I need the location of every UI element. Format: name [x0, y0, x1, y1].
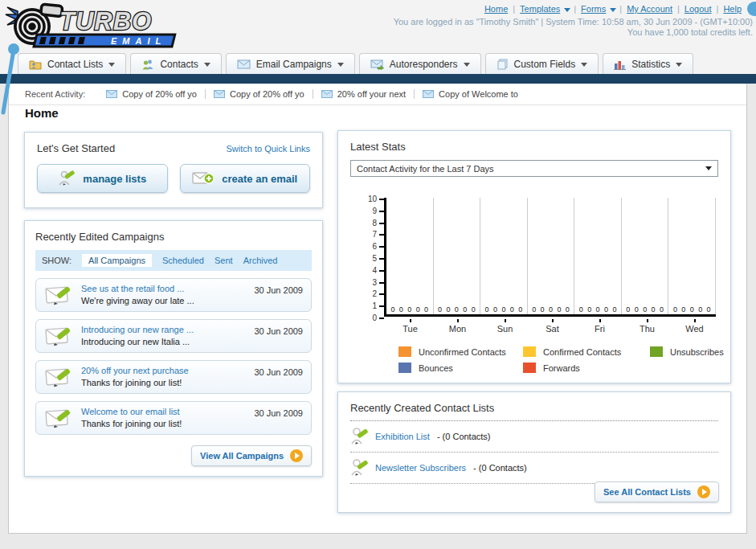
bar-value-label: 0 — [557, 305, 561, 313]
bar-value-label: 0 — [626, 305, 630, 313]
bar-value-label: 0 — [643, 305, 647, 313]
tab-autoresponders[interactable]: Autoresponders — [359, 53, 481, 75]
header-links: Home|Templates|Forms|My Account|Logout|H… — [483, 4, 743, 14]
campaign-title-link[interactable]: Introducing our new range ... — [81, 324, 246, 336]
arrow-right-icon — [697, 485, 710, 498]
filter-all-campaigns[interactable]: All Campaigns — [82, 254, 152, 267]
contact-list-item: Newsletter Subscribers - (0 Contacts) — [350, 453, 718, 484]
chart-day-group: 00000 — [480, 198, 528, 314]
tab-label: Contacts — [160, 59, 198, 70]
tab-statistics[interactable]: Statistics — [603, 53, 693, 75]
chevron-down-icon — [676, 63, 682, 67]
stats-period-select[interactable]: Contact Activity for the Last 7 Days — [350, 160, 718, 177]
chevron-down-icon — [610, 8, 616, 12]
tab-custom-fields[interactable]: Custom Fields — [485, 53, 599, 75]
legend-swatch — [523, 346, 536, 357]
activity-text: Copy of Welcome to — [439, 89, 518, 99]
x-tick-label: Wed — [671, 319, 718, 334]
contact-lists-title: Recently Created Contact Lists — [350, 402, 718, 414]
recent-activity-item[interactable]: 20% off your next — [313, 89, 415, 99]
tab-email-campaigns[interactable]: Email Campaigns — [226, 53, 355, 75]
bar-value-label: 0 — [532, 305, 536, 313]
y-tick-label: 5 — [372, 254, 377, 263]
bar-value-label: 0 — [673, 305, 677, 313]
view-all-campaigns-button[interactable]: View All Campaigns — [191, 445, 312, 466]
campaign-title-link[interactable]: Welcome to our email list — [81, 406, 246, 418]
campaign-subtitle: Thanks for joining our list! — [81, 418, 246, 430]
bar-value-label: 0 — [652, 305, 656, 313]
chevron-down-icon — [581, 63, 587, 67]
bar-value-label: 0 — [604, 305, 608, 313]
turbo-email-logo: TURBO EMAIL — [5, 2, 198, 53]
bar-value-label: 0 — [579, 305, 583, 313]
filter-sent[interactable]: Sent — [215, 256, 233, 265]
contact-list-item: Exhibition List - (0 Contacts) — [350, 421, 718, 453]
chart-x-labels: TueMonSunSatFriThuWed — [386, 319, 718, 334]
legend-item: Unconfirmed Contacts — [398, 346, 523, 357]
header-link-logout[interactable]: Logout — [684, 4, 712, 14]
campaigns-title: Recently Edited Campaigns — [35, 231, 312, 243]
chart-y-axis: 012345678910 — [362, 198, 384, 319]
envelope-icon — [423, 90, 434, 98]
main-navigation: Contact Lists Contacts Email Campaigns A… — [18, 53, 693, 75]
chevron-down-icon — [705, 166, 712, 170]
header-link-home[interactable]: Home — [484, 4, 508, 14]
bar-value-label: 0 — [707, 305, 711, 313]
bar-value-label: 0 — [501, 305, 505, 313]
contact-list-link[interactable]: Newsletter Subscribers — [375, 463, 466, 473]
chevron-down-icon — [204, 63, 210, 67]
campaign-row[interactable]: Welcome to our email list Thanks for joi… — [35, 401, 312, 435]
bar-value-label: 0 — [660, 305, 664, 313]
recent-activity-item[interactable]: Copy of 20% off yo — [98, 89, 206, 99]
campaign-date: 30 Jun 2009 — [254, 406, 303, 418]
envelope-icon — [321, 90, 333, 98]
legend-item: Forwards — [523, 363, 650, 373]
contact-activity-chart: 012345678910 000000000000000000000000000… — [362, 198, 718, 373]
recent-activity-item[interactable]: Copy of 20% off yo — [206, 89, 313, 99]
turbo-logo-graphic: TURBO EMAIL — [5, 2, 198, 50]
activity-text: Copy of 20% off yo — [122, 89, 197, 99]
bar-value-label: 0 — [390, 305, 394, 313]
switch-quick-links[interactable]: Switch to Quick Links — [226, 144, 310, 154]
x-tick-label: Sun — [481, 319, 529, 334]
recent-activity-item[interactable]: Copy of Welcome to — [415, 89, 526, 99]
bar-value-label: 0 — [635, 305, 639, 313]
tab-contacts[interactable]: Contacts — [130, 53, 221, 75]
bar-value-label: 0 — [446, 305, 450, 313]
campaign-row[interactable]: 20% off your next purchase Thanks for jo… — [35, 360, 312, 394]
y-tick-label: 10 — [368, 195, 377, 203]
tab-contact-lists[interactable]: Contact Lists — [18, 53, 126, 75]
logo-word-turbo: TURBO — [59, 7, 152, 35]
filter-archived[interactable]: Archived — [243, 256, 278, 265]
separator: | — [677, 4, 680, 14]
arrow-right-icon — [290, 449, 303, 462]
envelope-pencil-icon — [44, 285, 73, 306]
stats-title: Latest Stats — [350, 141, 718, 153]
chart-day-group: 00000 — [574, 198, 622, 314]
header-link-forms[interactable]: Forms — [581, 4, 606, 14]
legend-swatch — [398, 346, 411, 357]
campaign-subtitle: Introducing our new Italia ... — [81, 336, 246, 348]
see-all-contact-lists-button[interactable]: See All Contact Lists — [595, 481, 719, 502]
selected-option: Contact Activity for the Last 7 Days — [357, 164, 494, 174]
contact-list-link[interactable]: Exhibition List — [375, 432, 430, 441]
get-started-panel: Let's Get Started Switch to Quick Links … — [24, 132, 323, 208]
x-tick-label: Fri — [576, 319, 623, 334]
create-email-button[interactable]: create an email — [180, 164, 311, 193]
campaign-title-link[interactable]: See us at the retail food ... — [81, 283, 246, 295]
envelope-arrow-icon — [370, 59, 384, 70]
campaign-row[interactable]: See us at the retail food ... We're givi… — [35, 278, 312, 312]
header-link-templates[interactable]: Templates — [520, 4, 560, 14]
campaign-title-link[interactable]: 20% off your next purchase — [81, 365, 246, 377]
campaign-row[interactable]: Introducing our new range ... Introducin… — [35, 319, 312, 353]
campaign-date: 30 Jun 2009 — [254, 283, 303, 295]
tab-label: Autoresponders — [390, 59, 458, 70]
y-tick-label: 7 — [372, 230, 377, 239]
manage-lists-button[interactable]: manage lists — [37, 164, 168, 193]
legend-swatch — [523, 363, 536, 373]
get-started-title: Let's Get Started — [37, 142, 115, 154]
header-link-help[interactable]: Help — [723, 4, 742, 14]
filter-scheduled[interactable]: Scheduled — [162, 256, 204, 265]
page-title: Home — [25, 106, 59, 120]
header-link-my-account[interactable]: My Account — [627, 4, 672, 14]
